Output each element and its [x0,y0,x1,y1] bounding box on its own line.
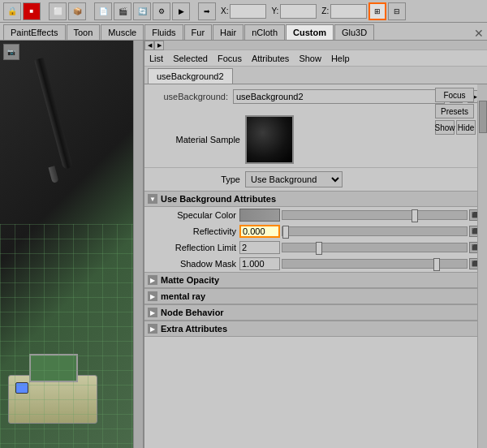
tab-glu3d[interactable]: Glu3D [334,24,374,40]
attr-tab-usebg2[interactable]: useBackground2 [148,68,233,84]
scroll-right-btn[interactable]: ▶ [154,41,164,50]
reflection-limit-fill [282,243,319,252]
reflection-limit-label: Reflection Limit [151,243,236,252]
attr-main[interactable]: Focus Presets Show Hide useBackground: ⬆… [144,84,487,448]
reflectivity-input[interactable] [239,225,280,238]
reflectivity-label: Reflectivity [151,226,236,236]
camera-icon: 📷 [3,44,19,60]
reflection-limit-row: Reflection Limit ⬛ [144,239,487,256]
attr-tabbar: useBackground2 [144,67,487,84]
viewport-grid [0,224,143,448]
x-input[interactable] [230,4,266,19]
material-swatch [245,115,294,164]
material-swatch-inner [247,117,292,162]
mental-ray-arrow: ▶ [148,291,157,301]
pen-tip [49,166,59,183]
mental-ray-header[interactable]: ▶ mental ray [144,288,487,304]
shadow-mask-input[interactable] [239,257,280,270]
attr-scroll-top: ◀ ▶ [144,41,487,50]
usebg-input[interactable] [233,89,445,104]
top-toolbar: 🔒 ■ ⬜ 📦 📄 🎬 🔄 ⚙ ▶ ➡ X: Y: Z: ⊞ ⊟ [0,0,487,23]
tab-painteffects[interactable]: PaintEffects [3,24,66,40]
tab-toon[interactable]: Toon [67,24,101,40]
tab-ncloth[interactable]: nCloth [244,24,285,40]
menu-show[interactable]: Show [297,54,323,63]
viewport-scrollbar[interactable] [133,41,143,448]
specular-color-slider: ⬛ [239,209,481,222]
presets-button[interactable]: Presets [435,104,474,118]
use-background-attrs-title: Use Background Attributes [161,194,276,204]
scroll-thumb[interactable] [479,101,487,133]
reflection-limit-track[interactable] [282,243,468,252]
icon9[interactable]: ➡ [198,2,216,20]
shadow-mask-track[interactable] [282,259,468,269]
matte-opacity-arrow: ▶ [148,275,157,285]
z-coord: Z: [321,4,367,19]
lock-icon[interactable]: 🔒 [3,2,21,20]
extra-attributes-header[interactable]: ▶ Extra Attributes [144,321,487,337]
node-behavior-arrow: ▶ [148,308,157,317]
tab-hair[interactable]: Hair [213,24,244,40]
icon10[interactable]: ⊞ [368,2,386,20]
reflection-limit-input[interactable] [239,241,280,254]
scroll-left-btn[interactable]: ◀ [144,41,154,50]
icon11[interactable]: ⊟ [388,2,406,20]
icon3[interactable]: 📦 [68,2,86,20]
tab-custom[interactable]: Custom [286,24,334,40]
type-label: Type [151,174,240,184]
icon4[interactable]: 📄 [94,2,112,20]
y-input[interactable] [280,4,317,19]
shadow-mask-thumb [433,258,440,271]
menu-list[interactable]: List [148,54,165,63]
scroll-track [477,101,487,448]
z-input[interactable] [330,4,367,19]
pen-body [34,58,73,170]
use-background-attrs-header[interactable]: ▼ Use Background Attributes [144,191,487,207]
show-button[interactable]: Show [435,120,455,135]
extra-attributes-arrow: ▶ [148,324,157,334]
icon1[interactable]: ■ [23,2,41,20]
tab-fur[interactable]: Fur [184,24,213,40]
specular-color-swatch[interactable] [239,209,280,222]
tab-muscle[interactable]: Muscle [101,24,144,40]
icon8[interactable]: ▶ [172,2,190,20]
section-arrow-usebg: ▼ [148,194,157,204]
matte-opacity-header[interactable]: ▶ Matte Opacity [144,272,487,288]
specular-slider-fill [282,211,420,219]
close-icon[interactable]: ✕ [474,27,484,40]
matte-opacity-title: Matte Opacity [161,275,219,285]
icon5[interactable]: 🎬 [114,2,131,20]
right-scrollbar[interactable] [477,84,487,448]
focus-button[interactable]: Focus [435,88,474,102]
menu-help[interactable]: Help [330,54,351,63]
node-behavior-header[interactable]: ▶ Node Behavior [144,304,487,321]
menu-focus[interactable]: Focus [216,54,244,63]
icon2[interactable]: ⬜ [49,2,67,20]
shadow-mask-label: Shadow Mask [151,259,236,269]
reflectivity-row: Reflectivity ⬛ [144,223,487,239]
reflectivity-slider-track[interactable] [282,226,468,236]
show-hide-row: Show Hide [435,120,476,135]
type-select[interactable]: Use Background [245,171,343,187]
focus-area: Focus Presets Show Hide [435,88,476,135]
y-coord: Y: [271,4,317,19]
mental-ray-title: mental ray [161,291,205,301]
menu-attributes[interactable]: Attributes [250,54,291,63]
reflection-limit-container: ⬛ [239,241,481,254]
node-behavior-title: Node Behavior [161,308,224,317]
specular-slider-thumb [412,209,418,222]
z-label: Z: [321,6,329,15]
hide-button[interactable]: Hide [456,120,476,135]
material-sample-label: Material Sample [151,135,240,144]
right-panel: ◀ ▶ List Selected Focus Attributes Show … [144,41,487,448]
shadow-mask-container: ⬛ [239,257,481,270]
tab-fluids[interactable]: Fluids [144,24,183,40]
menu-selected[interactable]: Selected [171,54,209,63]
icon7[interactable]: ⚙ [153,2,170,20]
main-area: 📷 ◀ ▶ List Selected Focus Attributes Sho… [0,41,487,448]
reflectivity-slider-thumb [282,226,289,239]
menu-tabs: PaintEffects Toon Muscle Fluids Fur Hair… [0,23,487,41]
specular-slider-track[interactable] [282,210,468,220]
icon6[interactable]: 🔄 [133,2,151,20]
specular-color-row: Specular Color ⬛ [144,207,487,223]
